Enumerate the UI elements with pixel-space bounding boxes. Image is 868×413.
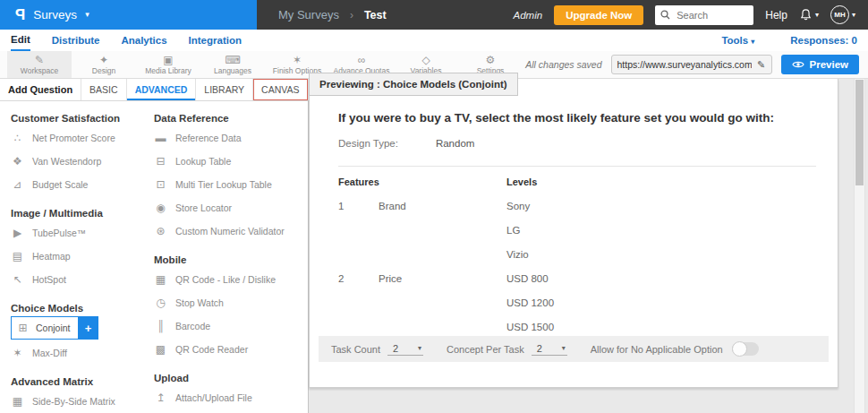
- item-label: Side-By-Side Matrix: [32, 396, 115, 407]
- features-levels-table: Features Levels 1 Brand Sony LG Vizio: [338, 170, 816, 340]
- item-label: Attach/Upload File: [175, 392, 252, 403]
- toggle-knob: [732, 341, 747, 357]
- question-type-reference-data[interactable]: ▬ Reference Data: [154, 126, 308, 150]
- section-header-image-multimedia: Image / Multimedia: [11, 208, 145, 219]
- add-question-label: Add Question: [0, 79, 81, 100]
- question-type-custom-numeric-validator[interactable]: ⊛ Custom Numeric Validator: [154, 219, 308, 243]
- tab-integration[interactable]: Integration: [189, 31, 242, 50]
- toolbar-design-button[interactable]: ✦ Design: [72, 51, 136, 78]
- preview-area: Previewing : Choice Models (Conjoint) If…: [309, 79, 868, 413]
- no-applicable-option-toggle[interactable]: [732, 342, 759, 356]
- tools-menu[interactable]: Tools▾: [721, 35, 754, 46]
- tab-distribute[interactable]: Distribute: [52, 31, 100, 50]
- qr-reader-icon: ▩: [154, 343, 167, 356]
- item-label: Net Promoter Score: [32, 133, 115, 143]
- design-icon: ✦: [99, 55, 108, 66]
- question-type-hotspot[interactable]: ↖ HotSpot: [11, 268, 145, 291]
- stopwatch-icon: ◷: [154, 297, 167, 309]
- task-count-value: 2: [393, 343, 398, 354]
- question-type-attach-upload-file[interactable]: ↥ Attach/Upload File: [154, 386, 308, 409]
- tab-advanced[interactable]: ADVANCED: [127, 79, 197, 100]
- tab-basic[interactable]: BASIC: [81, 79, 127, 100]
- save-status: All changes saved: [525, 59, 601, 70]
- edit-url-pencil-icon[interactable]: ✎: [752, 59, 771, 71]
- image-icon: ▤: [11, 250, 24, 262]
- section-header-upload: Upload: [154, 373, 308, 383]
- toolbar-workspace-button[interactable]: ✎ Workspace: [7, 51, 72, 78]
- lookup-table-icon: ⊟: [154, 155, 167, 168]
- section-header-data-reference: Data Reference: [154, 113, 308, 124]
- tab-edit[interactable]: Edit: [11, 30, 30, 51]
- conjoint-preview-card: If you were to buy a TV, select the most…: [309, 79, 838, 388]
- question-type-budget-scale[interactable]: ⊿ Budget Scale: [11, 173, 145, 196]
- level-value: Sony: [506, 194, 816, 219]
- question-type-store-locator[interactable]: ◉ Store Locator: [154, 196, 308, 219]
- validator-icon: ⊛: [154, 225, 167, 237]
- search-input[interactable]: [675, 9, 748, 22]
- table-header-row: Features Levels: [338, 170, 816, 194]
- item-label: Store Locator: [175, 202, 232, 213]
- help-link[interactable]: Help: [765, 9, 787, 22]
- survey-url-box[interactable]: https://www.surveyanalytics.com/t/AI77 ✎: [611, 55, 772, 74]
- add-conjoint-button[interactable]: +: [79, 316, 98, 340]
- upgrade-now-button[interactable]: Upgrade Now: [554, 5, 643, 25]
- item-label: Conjoint: [36, 323, 71, 333]
- question-type-heatmap[interactable]: ▤ Heatmap: [11, 245, 145, 268]
- notifications-menu[interactable]: ▾: [799, 8, 819, 22]
- add-question-panel: Add Question BASIC ADVANCED LIBRARY CANV…: [0, 79, 309, 413]
- media-library-icon: ▣: [163, 55, 173, 66]
- product-name: Surveys: [33, 8, 77, 22]
- reference-data-icon: ▬: [154, 132, 167, 144]
- preview-button[interactable]: Preview: [781, 55, 859, 74]
- question-type-barcode[interactable]: ║ Barcode: [154, 314, 308, 338]
- question-type-net-promoter-score[interactable]: ∴ Net Promoter Score: [11, 126, 145, 150]
- chart-icon: ⊿: [11, 178, 24, 191]
- chevron-down-icon: ▾: [418, 344, 421, 352]
- question-type-qr-code-reader[interactable]: ▩ QR Code Reader: [154, 338, 308, 361]
- question-type-signature[interactable]: ✍ Signature: [154, 409, 308, 413]
- upload-icon: ↥: [154, 391, 167, 404]
- question-type-lookup-table[interactable]: ⊟ Lookup Table: [154, 150, 308, 173]
- item-label: QR Code Reader: [175, 344, 248, 355]
- responses-count[interactable]: Responses: 0: [790, 35, 857, 46]
- tool-label: Design: [92, 66, 115, 75]
- scrollbar-thumb[interactable]: [855, 80, 864, 185]
- finish-options-icon: ✶: [293, 55, 302, 66]
- breadcrumb-my-surveys[interactable]: My Surveys: [278, 8, 339, 22]
- surveys-product-menu[interactable]: P Surveys ▾: [0, 0, 257, 30]
- question-type-tubepulse[interactable]: ▶ TubePulse™: [11, 221, 145, 245]
- question-type-max-diff[interactable]: ✶ Max-Diff: [11, 341, 145, 365]
- question-type-van-westendorp[interactable]: ❖ Van Westendorp: [11, 150, 145, 173]
- no-applicable-option-group: Allow for No Applicable Option: [591, 342, 759, 356]
- tab-analytics[interactable]: Analytics: [121, 31, 166, 50]
- tab-library[interactable]: LIBRARY: [196, 79, 253, 100]
- item-label: Multi Tier Lookup Table: [175, 179, 272, 190]
- net-promoter-score-icon: ∴: [11, 132, 24, 144]
- workspace: Add Question BASIC ADVANCED LIBRARY CANV…: [0, 79, 868, 413]
- section-header-advanced-matrix: Advanced Matrix: [11, 376, 145, 387]
- previewing-badge: Previewing : Choice Models (Conjoint): [309, 73, 518, 96]
- toolbar-media-library-button[interactable]: ▣ Media Library: [136, 51, 200, 78]
- chevron-down-icon: ▾: [85, 11, 89, 19]
- chevron-down-icon: ▾: [562, 344, 566, 352]
- account-menu[interactable]: MH ▾: [830, 5, 855, 24]
- chevron-down-icon: ▾: [815, 11, 819, 19]
- chevron-down-icon: ▾: [852, 11, 855, 19]
- tab-canvas[interactable]: CANVAS: [253, 79, 308, 100]
- question-type-conjoint-selected[interactable]: ⊞ Conjoint +: [11, 316, 145, 340]
- search-box[interactable]: [655, 5, 753, 25]
- level-value: USD 800: [506, 267, 816, 291]
- level-value: Vizio: [506, 243, 816, 267]
- question-type-qr-like-dislike[interactable]: ▦ QR Code - Like / Dislike: [154, 268, 308, 291]
- question-type-stop-watch[interactable]: ◷ Stop Watch: [154, 291, 308, 314]
- breadcrumb: My Surveys › Test: [278, 8, 387, 22]
- divider: [338, 166, 816, 167]
- question-type-multi-tier-lookup-table[interactable]: ⊡ Multi Tier Lookup Table: [154, 173, 308, 196]
- task-count-dropdown[interactable]: 2 ▾: [387, 343, 423, 356]
- languages-icon: ⌨: [225, 55, 240, 66]
- vertical-scrollbar[interactable]: [854, 79, 865, 413]
- feature-number: 2: [338, 267, 379, 340]
- question-type-side-by-side-matrix[interactable]: ▦ Side-By-Side Matrix: [11, 390, 145, 413]
- concept-per-task-dropdown[interactable]: 2 ▾: [532, 343, 567, 356]
- toolbar-languages-button[interactable]: ⌨ Languages: [200, 51, 265, 78]
